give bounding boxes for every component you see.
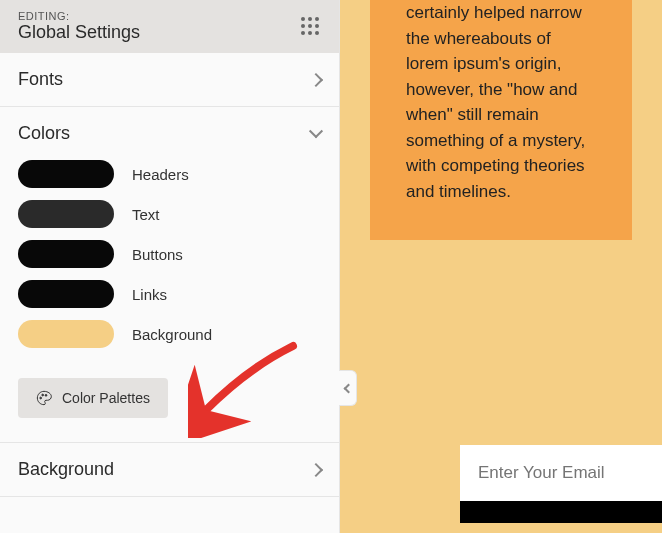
sidebar-header: EDITING: Global Settings	[0, 0, 339, 53]
email-capture	[460, 445, 662, 523]
chevron-down-icon	[309, 124, 323, 138]
swatch-label: Text	[132, 206, 160, 223]
preview-pane: certainly helped narrow the whereabouts …	[340, 0, 662, 533]
swatch-text	[18, 200, 114, 228]
chevron-right-icon	[309, 72, 323, 86]
chevron-right-icon	[309, 462, 323, 476]
swatch-row-links[interactable]: Links	[18, 280, 321, 308]
color-palettes-button[interactable]: Color Palettes	[18, 378, 168, 418]
palette-icon	[36, 390, 52, 406]
email-input[interactable]	[460, 445, 662, 501]
swatch-label: Buttons	[132, 246, 183, 263]
section-title-background: Background	[18, 459, 114, 480]
section-fonts[interactable]: Fonts	[0, 53, 339, 107]
swatch-row-headers[interactable]: Headers	[18, 160, 321, 188]
submit-button[interactable]	[460, 501, 662, 523]
swatch-label: Links	[132, 286, 167, 303]
section-background[interactable]: Background	[0, 443, 339, 497]
chevron-left-icon	[344, 383, 354, 393]
swatch-background	[18, 320, 114, 348]
svg-point-1	[42, 394, 44, 396]
section-title-fonts: Fonts	[18, 69, 63, 90]
swatch-row-text[interactable]: Text	[18, 200, 321, 228]
section-colors: Colors Headers Text Buttons Li	[0, 107, 339, 443]
editing-label: EDITING:	[18, 10, 140, 22]
swatch-row-background[interactable]: Background	[18, 320, 321, 348]
colors-body: Headers Text Buttons Links Background	[0, 160, 339, 442]
swatch-label: Headers	[132, 166, 189, 183]
swatch-headers	[18, 160, 114, 188]
collapse-sidebar-tab[interactable]	[339, 370, 357, 406]
svg-point-0	[40, 397, 42, 399]
swatch-row-buttons[interactable]: Buttons	[18, 240, 321, 268]
section-title-colors: Colors	[18, 123, 70, 144]
preview-text-card: certainly helped narrow the whereabouts …	[370, 0, 632, 240]
swatch-links	[18, 280, 114, 308]
preview-paragraph: certainly helped narrow the whereabouts …	[406, 0, 596, 204]
apps-grid-icon[interactable]	[301, 17, 321, 37]
svg-point-2	[45, 394, 47, 396]
section-colors-header[interactable]: Colors	[0, 107, 339, 160]
swatch-buttons	[18, 240, 114, 268]
page-title: Global Settings	[18, 22, 140, 43]
color-palettes-label: Color Palettes	[62, 390, 150, 406]
settings-sidebar: EDITING: Global Settings Fonts Colors He…	[0, 0, 340, 533]
swatch-label: Background	[132, 326, 212, 343]
